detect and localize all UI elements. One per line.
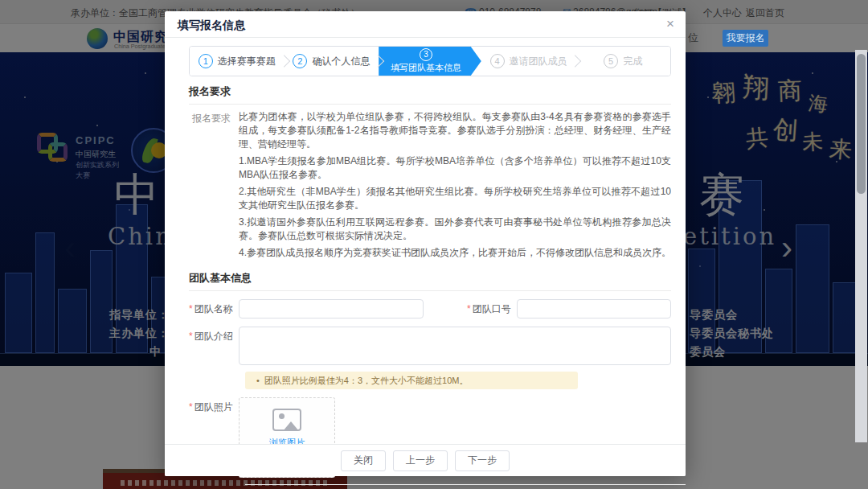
register-button[interactable]: 我要报名 [723, 30, 768, 47]
bullet-icon: • [256, 376, 260, 385]
team-slogan-input[interactable] [517, 299, 671, 318]
screen: 承办单位：全国工商管理专业学位研究生教育指导委员会（秘书处） ☎010-6884… [0, 0, 868, 489]
step-number: 4 [490, 54, 505, 68]
photo-notice: •团队照片比例最佳为4：3，文件大小不能超过10M。 [245, 372, 578, 389]
team-slogan-label: 团队口号 [467, 299, 517, 318]
step-label: 邀请团队成员 [510, 55, 567, 68]
page-scrollbar-thumb[interactable] [857, 54, 866, 194]
requirements-section-title: 报名要求 [189, 76, 671, 105]
step-label: 填写团队基本信息 [391, 62, 461, 74]
dialog-header: 填写报名信息 × [165, 11, 686, 38]
step-invite-members: 4 邀请团队成员 [481, 47, 576, 76]
dialog-title: 填写报名信息 [178, 18, 245, 33]
team-name-label: 团队名称 [189, 299, 239, 318]
step-number: 1 [199, 54, 213, 68]
page-scrollbar-track[interactable] [855, 50, 867, 442]
team-photo-label: 团队照片 [189, 397, 239, 417]
dialog-footer: 关闭 上一步 下一步 [165, 444, 686, 476]
requirement-paragraph: 2.其他研究生（非MBA学生）须报名其他研究生组比赛。每所学校研究生培养单位可以… [239, 185, 671, 212]
step-number: 3 [420, 48, 432, 61]
next-step-button[interactable]: 下一步 [455, 450, 510, 471]
requirements-label: 报名要求 [189, 110, 239, 263]
step-label: 选择赛事赛题 [218, 55, 276, 68]
requirement-paragraph: 1.MBA学生须报名参加MBA组比赛。每所学校MBA培养单位（含多个培养单位）可… [239, 154, 671, 182]
requirement-paragraph: 3.拟邀请国外参赛队伍利用互联网远程参赛。国外参赛代表可由赛事秘书处单位等机构推… [239, 216, 671, 243]
step-number: 2 [293, 54, 307, 68]
step-label: 完成 [623, 55, 642, 68]
close-button[interactable]: 关闭 [341, 450, 386, 471]
team-section-title: 团队基本信息 [189, 263, 671, 291]
section-divider [245, 484, 686, 485]
requirements-text: 比赛为团体赛，以学校为单位组队参赛，不得跨校组队。每支参赛队由3-4名具有参赛资… [239, 110, 671, 263]
requirement-paragraph: 4.参赛团队成员报名顺序为竞赛获奖证书团队成员次序，比赛开始后，不得修改团队信息… [239, 246, 671, 260]
requirement-paragraph: 比赛为团体赛，以学校为单位组队参赛，不得跨校组队。每支参赛队由3-4名具有参赛资… [239, 110, 671, 151]
nav-item-partial[interactable]: 位 [688, 31, 698, 45]
team-intro-textarea[interactable] [239, 327, 671, 365]
registration-dialog: 填写报名信息 × 1 选择赛事赛题 2 确认个人信息 3 填写团队基本信息 4 [165, 11, 686, 476]
step-finish: 5 完成 [575, 47, 670, 76]
step-team-info-active: 3 填写团队基本信息 [379, 47, 481, 76]
photo-notice-text: 团队照片比例最佳为4：3，文件大小不能超过10M。 [264, 376, 469, 385]
step-select-topic: 1 选择赛事赛题 [190, 47, 285, 76]
team-intro-label: 团队介绍 [189, 327, 239, 346]
prev-step-button[interactable]: 上一步 [393, 450, 448, 471]
step-number: 5 [604, 54, 618, 68]
close-icon[interactable]: × [666, 16, 674, 32]
stepper: 1 选择赛事赛题 2 确认个人信息 3 填写团队基本信息 4 邀请团队成员 5 [189, 46, 671, 76]
picture-icon [272, 409, 301, 431]
team-name-input[interactable] [239, 299, 424, 318]
step-label: 确认个人信息 [312, 55, 370, 68]
step-confirm-info: 2 确认个人信息 [285, 47, 379, 76]
